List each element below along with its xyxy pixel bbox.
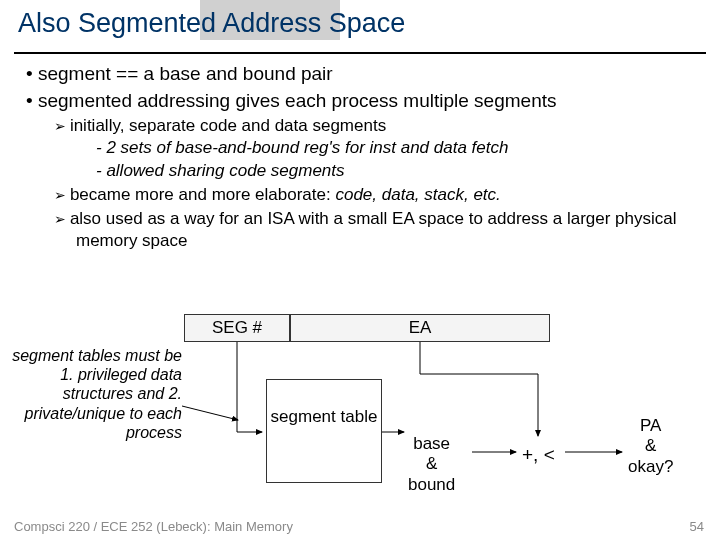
svg-line-8 [182,406,238,420]
title-rule [14,52,706,54]
diagram: SEG # EA segment tables must be 1. privi… [0,314,720,514]
subbullet-2-text: became more and more elaborate: [70,185,336,204]
segment-table-note: segment tables must be 1. privileged dat… [6,346,182,442]
pa-okay-label: PA&okay? [628,416,673,477]
footer-left: Compsci 220 / ECE 252 (Lebeck): Main Mem… [14,519,293,534]
bullet-2: segmented addressing gives each process … [42,89,712,114]
subline-1b: - allowed sharing code segments [96,160,712,182]
slide-body: segment == a base and bound pair segment… [22,62,712,252]
subbullet-2-italic: code, data, stack, etc. [335,185,500,204]
segment-table-box: segment table [266,379,382,483]
slide-title: Also Segmented Address Space [18,8,405,39]
bullet-1: segment == a base and bound pair [42,62,712,87]
subbullet-3: also used as a way for an ISA with a sma… [76,208,712,252]
ea-box: EA [290,314,550,342]
segment-table-label: segment table [271,407,378,426]
plus-lt-op: +, < [522,444,555,466]
subbullet-1: initially, separate code and data segmen… [76,115,712,137]
base-bound-label: base&bound [408,434,455,495]
subbullet-2: became more and more elaborate: code, da… [76,184,712,206]
subline-1a: - 2 sets of base-and-bound reg's for ins… [96,137,712,159]
footer-page-number: 54 [690,519,704,534]
seg-num-box: SEG # [184,314,290,342]
